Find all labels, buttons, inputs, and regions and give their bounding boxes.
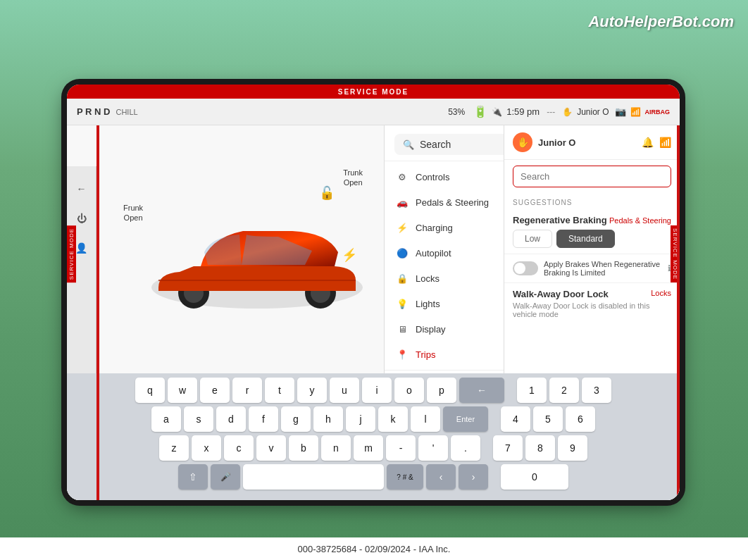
key-i[interactable]: i	[362, 378, 392, 403]
pedals-icon: 🚗	[396, 196, 409, 209]
controls-label: Controls	[416, 172, 449, 182]
service-mode-text: SERVICE MODE	[338, 88, 409, 96]
key-l[interactable]: l	[411, 406, 440, 432]
regen-low-btn[interactable]: Low	[513, 230, 552, 248]
trips-icon: 📍	[396, 348, 409, 361]
charging-label: Charging	[416, 223, 453, 233]
key-p[interactable]: p	[427, 378, 456, 403]
key-x[interactable]: x	[192, 435, 221, 461]
red-accent-left	[96, 125, 99, 500]
tesla-screen: SERVICE MODE P R N D CHILL 53% 🔋 🔌 1:59 …	[67, 85, 680, 500]
service-label-left: SERVICE MODE	[67, 225, 76, 282]
key-u[interactable]: u	[330, 378, 359, 403]
key-q[interactable]: q	[135, 378, 165, 403]
lights-icon: 💡	[396, 297, 409, 310]
status-bar: P R N D CHILL 53% 🔋 🔌 1:59 pm --- ✋ Juni…	[67, 99, 680, 125]
service-mode-banner: SERVICE MODE	[67, 85, 680, 99]
key-8[interactable]: 8	[525, 435, 555, 461]
apply-brakes-row: Apply Brakes When Regenerative Braking I…	[504, 254, 680, 283]
pedals-label: Pedals & Steering	[416, 197, 489, 208]
walk-away-link[interactable]: Locks	[651, 289, 671, 299]
key-9[interactable]: 9	[558, 435, 587, 461]
user-icon: ✋	[562, 107, 573, 117]
car-diagram: FrunkOpen TrunkOpen 🔓	[102, 147, 398, 393]
bell-icon[interactable]: 🔔	[642, 137, 654, 148]
regen-link[interactable]: Pedals & Steering	[609, 216, 671, 225]
key-c[interactable]: c	[224, 435, 254, 461]
key-r[interactable]: r	[232, 378, 262, 403]
regen-options: Low Standard	[513, 230, 671, 248]
autopilot-label: Autopilot	[416, 248, 451, 259]
keyboard-row-2: a s d f g h j k l Enter 4 5 6	[70, 406, 677, 432]
key-j[interactable]: j	[346, 406, 375, 432]
key-0[interactable]: 0	[501, 464, 568, 490]
key-a[interactable]: a	[151, 406, 181, 432]
key-mic[interactable]: 🎤	[211, 464, 240, 490]
apply-brakes-toggle[interactable]	[513, 261, 538, 275]
user-avatar: ✋	[513, 132, 532, 152]
lights-label: Lights	[416, 299, 440, 309]
key-backspace[interactable]: ←	[459, 378, 504, 403]
key-dot[interactable]: .	[451, 435, 480, 461]
key-apos[interactable]: '	[418, 435, 448, 461]
bottom-info-text: 000-38725684 - 02/09/2024 - IAA Inc.	[298, 544, 451, 554]
keyboard-row-1: q w e r t y u i o p ← 1 2 3	[70, 378, 677, 403]
regen-standard-btn[interactable]: Standard	[556, 230, 615, 248]
key-g[interactable]: g	[281, 406, 311, 432]
key-h[interactable]: h	[313, 406, 343, 432]
key-n[interactable]: n	[321, 435, 351, 461]
battery-icon: 🔋	[473, 105, 487, 118]
watermark: AutoHelperBot.com	[588, 13, 734, 31]
keyboard-row-3: z x c v b n m - ' . 7 8 9	[70, 435, 677, 461]
camera-icon: 📷	[615, 106, 626, 117]
status-dashes: ---	[547, 107, 555, 117]
key-1[interactable]: 1	[517, 378, 547, 403]
detail-search-input[interactable]	[513, 166, 671, 187]
plug-icon: 🔌	[492, 107, 502, 117]
key-e[interactable]: e	[200, 378, 230, 403]
sidebar-icon-back[interactable]: ←	[73, 180, 90, 197]
airbag-label: AIRBAG	[645, 108, 671, 116]
key-special[interactable]: ? # &	[387, 464, 423, 490]
charging-icon: ⚡	[396, 221, 409, 234]
key-v[interactable]: v	[256, 435, 286, 461]
key-6[interactable]: 6	[566, 406, 595, 432]
key-d[interactable]: d	[216, 406, 246, 432]
key-space[interactable]	[243, 464, 384, 490]
key-y[interactable]: y	[297, 378, 327, 403]
locks-label: Locks	[416, 273, 440, 284]
key-2[interactable]: 2	[549, 378, 579, 403]
key-enter[interactable]: Enter	[443, 406, 488, 432]
key-right[interactable]: ›	[459, 464, 488, 490]
prnd-display: P R N D	[77, 106, 110, 117]
search-icon: 🔍	[403, 139, 414, 150]
trunk-label: TrunkOpen	[343, 168, 363, 188]
sidebar-icon-power[interactable]: ⏻	[73, 210, 90, 227]
key-s[interactable]: s	[184, 406, 213, 432]
bottom-info-bar: 000-38725684 - 02/09/2024 - IAA Inc.	[0, 537, 748, 560]
key-dash[interactable]: -	[386, 435, 416, 461]
status-icons: 📷 📶 AIRBAG	[615, 106, 671, 117]
key-t[interactable]: t	[265, 378, 294, 403]
red-accent-right	[677, 125, 680, 500]
key-f[interactable]: f	[249, 406, 278, 432]
key-4[interactable]: 4	[501, 406, 530, 432]
locks-icon: 🔒	[396, 272, 409, 285]
key-z[interactable]: z	[159, 435, 189, 461]
key-k[interactable]: k	[378, 406, 408, 432]
car-svg: ⚡	[137, 189, 377, 351]
key-b[interactable]: b	[289, 435, 318, 461]
wifi-icon: 📶	[630, 107, 641, 117]
key-3[interactable]: 3	[582, 378, 611, 403]
key-left[interactable]: ‹	[426, 464, 456, 490]
user-name-status: Junior O	[577, 107, 609, 117]
key-5[interactable]: 5	[533, 406, 563, 432]
key-w[interactable]: w	[168, 378, 197, 403]
key-shift[interactable]: ⇧	[178, 464, 208, 490]
key-7[interactable]: 7	[493, 435, 523, 461]
key-o[interactable]: o	[394, 378, 424, 403]
regen-title-text: Regenerative Braking	[513, 215, 607, 225]
key-m[interactable]: m	[354, 435, 383, 461]
apply-brakes-flex: Apply Brakes When Regenerative Braking I…	[513, 260, 671, 277]
walk-away-row: Walk-Away Door Lock Locks Walk-Away Door…	[504, 283, 680, 324]
